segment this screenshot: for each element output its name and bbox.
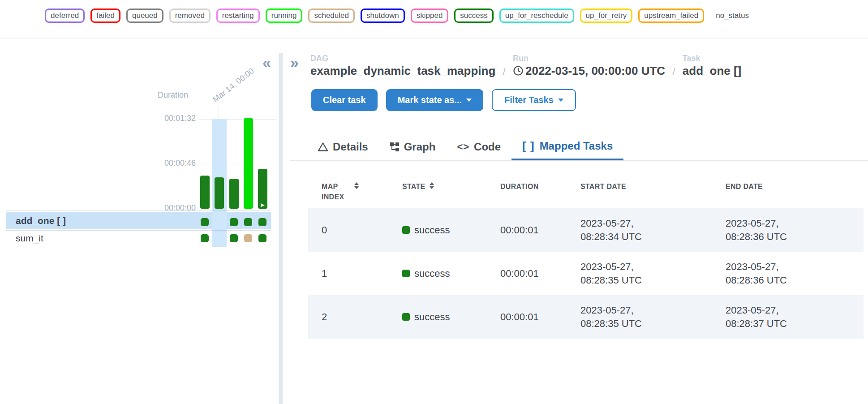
status-badge-restarting: restarting: [216, 9, 260, 23]
clear-task-button[interactable]: Clear task: [311, 89, 378, 111]
status-badge-success: success: [454, 9, 493, 23]
sort-icon[interactable]: [430, 182, 434, 189]
gridline: [199, 209, 277, 209]
dag-name-link[interactable]: example_dynamic_task_mapping: [310, 64, 495, 78]
state-color-square: [402, 270, 410, 277]
duration-axis-title: Duration: [158, 90, 188, 100]
task-instance-square-success[interactable]: [244, 218, 252, 226]
tab-code-label: Code: [474, 141, 501, 153]
manual-run-icon: ▶: [258, 202, 267, 207]
status-badge-up_for_reschedule: up_for_reschedule: [499, 9, 574, 23]
status-legend: deferredfailedqueuedremovedrestartingrun…: [45, 9, 755, 23]
mark-state-as-label: Mark state as...: [398, 95, 462, 105]
brackets-icon: [ ]: [522, 139, 535, 153]
column-header-duration: DURATION: [500, 181, 580, 202]
duration-header-label: DURATION: [500, 181, 539, 192]
mapped-task-row[interactable]: 2 success 00:00:01 2023-05-27, 08:28:35 …: [308, 295, 864, 339]
breadcrumb-dag-group: DAG example_dynamic_task_mapping: [310, 54, 495, 78]
caret-down-icon: [466, 99, 472, 102]
dag-label: DAG: [310, 54, 495, 64]
task-row-add-one[interactable]: add_one [ ]: [6, 212, 271, 229]
task-label: Task: [683, 54, 741, 64]
tab-code[interactable]: <> Code: [446, 133, 511, 160]
state-color-square: [402, 226, 410, 234]
task-instance-square-scheduled[interactable]: [244, 234, 252, 242]
dag-run-bar-2[interactable]: [229, 179, 239, 209]
state-text: success: [414, 311, 450, 323]
code-icon: <>: [457, 141, 469, 153]
tab-graph[interactable]: Graph: [379, 133, 447, 160]
task-name-sum-it[interactable]: sum_it: [16, 233, 43, 244]
status-badge-up_for_retry: up_for_retry: [580, 9, 633, 23]
task-actions: Clear task Mark state as... Filter Tasks: [311, 89, 576, 111]
status-badge-upstream_failed: upstream_failed: [638, 9, 704, 23]
task-link[interactable]: add_one []: [683, 64, 741, 78]
state-text: success: [414, 268, 450, 279]
start-date-cell: 2023-05-27, 08:28:35 UTC: [580, 260, 670, 287]
map-index-header-label: MAP INDEX: [322, 181, 350, 202]
breadcrumb-separator: /: [503, 65, 506, 78]
mapped-task-row[interactable]: 1 success 00:00:01 2023-05-27, 08:28:35 …: [308, 252, 864, 295]
dag-run-bar-1[interactable]: [215, 177, 224, 209]
row-separator: [6, 230, 271, 231]
column-header-end-date: END DATE: [726, 181, 862, 202]
status-badge-running: running: [266, 9, 303, 23]
mapped-tasks-header-row: MAP INDEX STATE DURATION START DATE END …: [308, 177, 864, 208]
task-instance-square-success[interactable]: [258, 234, 266, 242]
panel-resize-handle[interactable]: [279, 53, 283, 404]
dag-run-bar-3[interactable]: [244, 118, 253, 209]
task-instance-square-success[interactable]: [201, 234, 209, 242]
task-instance-square-success[interactable]: [258, 218, 266, 226]
breadcrumb-task-group: Task add_one []: [683, 54, 741, 78]
state-text: success: [414, 224, 450, 236]
end-date-header-label: END DATE: [726, 181, 763, 192]
column-header-start-date: START DATE: [580, 181, 726, 202]
caret-down-icon: [558, 99, 563, 102]
map-index-cell: 2: [322, 311, 402, 323]
column-header-map-index[interactable]: MAP INDEX: [322, 181, 402, 202]
end-date-cell: 2023-05-27, 08:28:36 UTC: [726, 260, 815, 287]
y-tick-label: 00:00:46: [151, 159, 196, 168]
tab-details[interactable]: Details: [307, 133, 379, 160]
run-date-tick-label: Mar 14, 00:00: [211, 66, 256, 104]
map-index-cell: 1: [322, 268, 402, 279]
task-instance-square-success[interactable]: [230, 218, 238, 226]
state-cell: success: [402, 268, 500, 279]
task-instance-square-success[interactable]: [230, 234, 238, 242]
collapse-grid-panel-icon[interactable]: «: [262, 55, 271, 70]
end-date-cell: 2023-05-27, 08:28:36 UTC: [726, 217, 815, 243]
mapped-task-row[interactable]: 0 success 00:00:01 2023-05-27, 08:28:34 …: [308, 208, 864, 252]
dag-run-bar-0[interactable]: [200, 176, 210, 209]
row-separator: [6, 211, 271, 211]
expand-details-panel-icon[interactable]: »: [290, 55, 299, 70]
end-date-cell: 2023-05-27, 08:28:37 UTC: [726, 304, 815, 330]
state-cell: success: [402, 311, 500, 323]
run-label: Run: [513, 54, 665, 64]
clock-icon: [513, 65, 524, 76]
column-header-state[interactable]: STATE: [402, 181, 500, 202]
dag-run-bar-4[interactable]: ▶: [258, 169, 267, 209]
sort-icon[interactable]: [354, 182, 359, 189]
task-instance-square-success[interactable]: [201, 218, 209, 226]
start-date-header-label: START DATE: [580, 181, 626, 192]
mapped-tasks-table: MAP INDEX STATE DURATION START DATE END …: [308, 177, 864, 339]
clear-task-label: Clear task: [323, 95, 366, 105]
tab-mapped-tasks-label: Mapped Tasks: [540, 140, 613, 152]
gridline: [199, 119, 277, 120]
status-badge-deferred: deferred: [45, 9, 85, 23]
breadcrumb-run-group: Run 2022-03-15, 00:00:00 UTC: [513, 54, 665, 78]
tab-mapped-tasks[interactable]: [ ] Mapped Tasks: [511, 133, 623, 160]
airflow-grid-view: deferredfailedqueuedremovedrestartingrun…: [0, 0, 868, 404]
detail-tabs: Details Graph <> Code [ ] Mapped Tasks: [290, 133, 868, 161]
status-badge-failed: failed: [90, 9, 120, 23]
filter-tasks-button[interactable]: Filter Tasks: [492, 89, 576, 111]
triangle-alert-icon: [318, 142, 328, 152]
task-name-add-one[interactable]: add_one [ ]: [16, 215, 66, 226]
filter-tasks-label: Filter Tasks: [504, 95, 554, 105]
y-tick-label: 00:00:00: [151, 203, 196, 213]
task-row-sum-it[interactable]: sum_it: [6, 231, 271, 246]
duration-cell: 00:00:01: [500, 224, 580, 236]
state-color-square: [402, 313, 410, 321]
run-link[interactable]: 2022-03-15, 00:00:00 UTC: [513, 64, 665, 78]
mark-state-as-button[interactable]: Mark state as...: [386, 89, 483, 111]
